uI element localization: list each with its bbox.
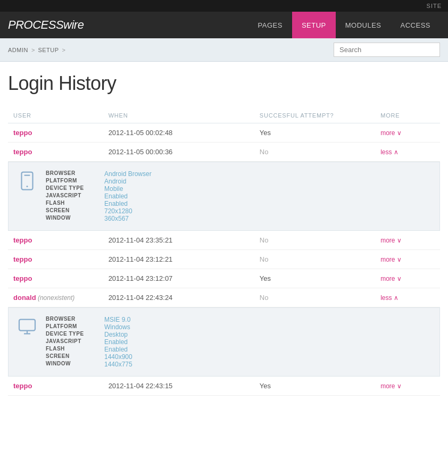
detail-field-row: SCREEN1440x900: [46, 353, 132, 361]
detail-field-row: PLATFORMAndroid: [46, 178, 152, 185]
detail-label: WINDOW: [46, 215, 104, 222]
detail-value: Android: [104, 178, 152, 185]
search-input[interactable]: [334, 43, 440, 57]
table-row: teppo2012-11-04 23:12:07Yesmore ∨: [8, 269, 440, 288]
success-cell: No: [254, 288, 375, 307]
table-row: teppo2012-11-04 22:43:15Yesmore ∨: [8, 377, 440, 396]
more-link[interactable]: more ∨: [380, 256, 402, 263]
detail-value: Android Browser: [104, 170, 152, 178]
col-header-when: WHEN: [103, 108, 254, 123]
when-cell: 2012-11-04 22:43:15: [103, 377, 254, 396]
detail-value: Enabled: [104, 346, 132, 353]
detail-field-row: SCREEN720x1280: [46, 207, 152, 215]
more-link[interactable]: more ∨: [380, 129, 402, 137]
success-cell: No: [254, 143, 375, 162]
more-link[interactable]: more ∨: [380, 237, 402, 244]
detail-value: Windows: [104, 323, 132, 331]
svg-point-2: [27, 186, 28, 187]
detail-label: DEVICE TYPE: [46, 331, 104, 338]
detail-field-row: BROWSERMSIE 9.0: [46, 316, 132, 323]
table-row: teppo2012-11-04 23:12:21Nomore ∨: [8, 250, 440, 269]
table-row: teppo2012-11-05 00:02:48Yesmore ∨: [8, 123, 440, 143]
detail-value: 1440x900: [104, 353, 132, 361]
detail-field-row: BROWSERAndroid Browser: [46, 170, 152, 178]
detail-table: BROWSERAndroid BrowserPLATFORMAndroidDEV…: [46, 170, 152, 222]
more-link[interactable]: more ∨: [380, 382, 402, 390]
table-row: teppo2012-11-05 00:00:36Noless ∧: [8, 143, 440, 162]
when-cell: 2012-11-04 22:43:24: [103, 288, 254, 307]
logo: PROCESSwire: [8, 18, 84, 32]
col-header-user: USER: [8, 108, 103, 123]
detail-label: PLATFORM: [46, 178, 104, 185]
table-row: teppo2012-11-04 23:35:21Nomore ∨: [8, 231, 440, 250]
detail-value: Enabled: [104, 338, 132, 346]
page-content: Login History USER WHEN SUCCESFUL ATTEMP…: [0, 62, 448, 406]
device-icon: [16, 316, 38, 337]
detail-field-row: WINDOW1440x775: [46, 361, 132, 368]
table-header-row: USER WHEN SUCCESFUL ATTEMPT? MORE: [8, 108, 440, 123]
detail-label: DEVICE TYPE: [46, 185, 104, 193]
when-cell: 2012-11-05 00:00:36: [103, 143, 254, 162]
col-header-more: MORE: [375, 108, 440, 123]
detail-field-row: DEVICE TYPEMobile: [46, 185, 152, 193]
success-cell: Yes: [254, 377, 375, 396]
user-link[interactable]: teppo: [13, 274, 32, 282]
user-link[interactable]: teppo: [13, 236, 32, 244]
user-link[interactable]: teppo: [13, 129, 32, 137]
detail-label: JAVASCRIPT: [46, 338, 104, 346]
more-link[interactable]: more ∨: [380, 275, 402, 282]
detail-value: Mobile: [104, 185, 152, 193]
detail-label: FLASH: [46, 200, 104, 207]
nav-item-pages[interactable]: PAGES: [248, 12, 292, 38]
breadcrumb-setup[interactable]: SETUP: [38, 47, 59, 53]
table-row: donald (nonexistent)2012-11-04 22:43:24N…: [8, 288, 440, 307]
top-bar: SITE: [0, 0, 448, 12]
logo-text: PROCESS: [8, 18, 63, 31]
nav-item-access[interactable]: ACCESS: [391, 12, 440, 38]
detail-label: WINDOW: [46, 361, 104, 368]
nav-item-modules[interactable]: MODULES: [336, 12, 391, 38]
more-link[interactable]: less ∧: [380, 148, 399, 156]
breadcrumb-admin[interactable]: ADMIN: [8, 47, 28, 53]
page-title: Login History: [8, 72, 440, 95]
more-link[interactable]: less ∧: [380, 294, 399, 302]
when-cell: 2012-11-05 00:02:48: [103, 123, 254, 143]
detail-field-row: FLASHEnabled: [46, 346, 132, 353]
detail-value: MSIE 9.0: [104, 316, 132, 323]
user-link[interactable]: teppo: [13, 148, 32, 156]
success-cell: No: [254, 231, 375, 250]
detail-label: JAVASCRIPT: [46, 193, 104, 200]
breadcrumb-bar: ADMIN > SETUP >: [0, 38, 448, 62]
detail-label: SCREEN: [46, 207, 104, 215]
detail-panel: BROWSERMSIE 9.0PLATFORMWindowsDEVICE TYP…: [8, 307, 440, 377]
svg-rect-3: [19, 320, 35, 331]
detail-field-row: WINDOW360x567: [46, 215, 152, 222]
site-label: SITE: [427, 3, 442, 9]
nonexistent-label: (nonexistent): [36, 294, 75, 302]
detail-field-row: FLASHEnabled: [46, 200, 152, 207]
when-cell: 2012-11-04 23:12:07: [103, 269, 254, 288]
success-cell: Yes: [254, 123, 375, 143]
detail-row: BROWSERAndroid BrowserPLATFORMAndroidDEV…: [8, 162, 440, 231]
login-table: USER WHEN SUCCESFUL ATTEMPT? MORE teppo2…: [8, 108, 440, 396]
nav-item-setup[interactable]: SETUP: [292, 12, 336, 38]
user-link[interactable]: teppo: [13, 382, 32, 390]
breadcrumb-sep-2: >: [62, 47, 65, 53]
detail-table: BROWSERMSIE 9.0PLATFORMWindowsDEVICE TYP…: [46, 316, 132, 368]
detail-value: Enabled: [104, 200, 152, 207]
detail-value: 720x1280: [104, 207, 152, 215]
user-link[interactable]: donald: [13, 294, 36, 302]
nav-items: PAGES SETUP MODULES ACCESS: [248, 12, 440, 38]
detail-label: BROWSER: [46, 316, 104, 323]
detail-label: FLASH: [46, 346, 104, 353]
success-cell: No: [254, 250, 375, 269]
breadcrumb: ADMIN > SETUP >: [8, 47, 65, 53]
detail-value: 360x567: [104, 215, 152, 222]
user-link[interactable]: teppo: [13, 255, 32, 263]
detail-row: BROWSERMSIE 9.0PLATFORMWindowsDEVICE TYP…: [8, 307, 440, 377]
breadcrumb-sep-1: >: [31, 47, 35, 53]
main-nav: PROCESSwire PAGES SETUP MODULES ACCESS: [0, 12, 448, 38]
logo-italic: wire: [63, 18, 84, 31]
when-cell: 2012-11-04 23:35:21: [103, 231, 254, 250]
detail-field-row: PLATFORMWindows: [46, 323, 132, 331]
